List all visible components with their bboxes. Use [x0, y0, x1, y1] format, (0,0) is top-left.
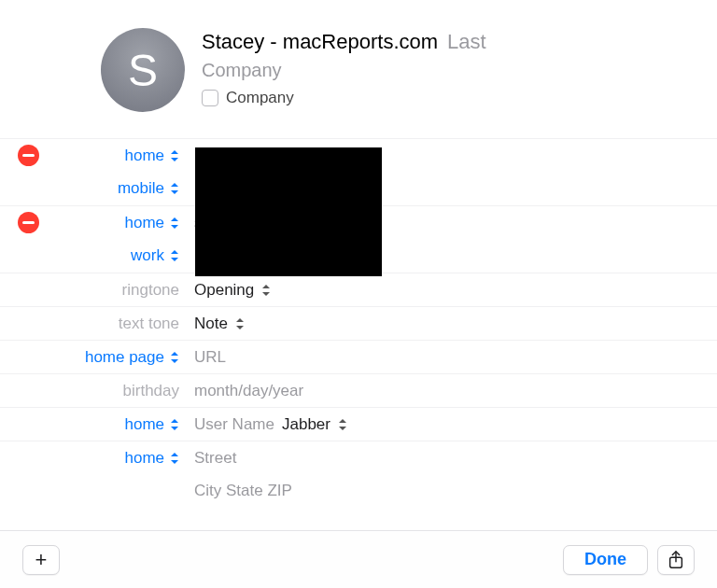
homepage-label[interactable]: home page	[85, 348, 164, 367]
address-street[interactable]: Street	[187, 449, 717, 468]
texttone-value[interactable]: Note	[187, 315, 717, 333]
updown-icon[interactable]	[170, 150, 179, 161]
im-row: home User Name Jabber	[0, 407, 717, 441]
phone-label-home[interactable]: home	[124, 147, 164, 165]
homepage-value[interactable]: URL	[187, 348, 717, 367]
company-checkbox[interactable]	[202, 90, 218, 106]
texttone-label: text tone	[119, 315, 179, 333]
first-name-field[interactable]: Stacey - macReports.com	[202, 30, 438, 54]
im-label[interactable]: home	[124, 415, 164, 434]
share-icon	[668, 551, 684, 569]
birthday-label: birthday	[123, 382, 179, 400]
avatar-initial: S	[128, 45, 158, 96]
address-row-2: City State ZIP	[0, 474, 717, 508]
phone-label-mobile[interactable]: mobile	[118, 179, 164, 198]
birthday-row: birthday month/day/year	[0, 373, 717, 407]
updown-icon[interactable]	[338, 419, 347, 430]
address-row: home Street	[0, 441, 717, 474]
company-field[interactable]: Company	[202, 60, 486, 81]
remove-button[interactable]	[18, 212, 39, 233]
im-service[interactable]: Jabber	[282, 415, 330, 434]
add-button[interactable]: +	[22, 545, 60, 575]
address-city-state-zip[interactable]: City State ZIP	[187, 482, 717, 500]
contact-header: S Stacey - macReports.com Last Company C…	[0, 0, 717, 134]
name-line: Stacey - macReports.com Last	[202, 30, 486, 54]
contact-edit-card: S Stacey - macReports.com Last Company C…	[0, 0, 717, 588]
done-button[interactable]: Done	[563, 545, 648, 575]
updown-icon[interactable]	[170, 217, 179, 229]
updown-icon[interactable]	[170, 419, 179, 430]
ringtone-row: ringtone Opening	[0, 273, 717, 306]
ringtone-value[interactable]: Opening	[187, 281, 717, 300]
updown-icon[interactable]	[170, 183, 179, 194]
address-label[interactable]: home	[124, 449, 164, 468]
birthday-value[interactable]: month/day/year	[187, 382, 717, 400]
last-name-field[interactable]: Last	[447, 30, 486, 54]
header-right: Stacey - macReports.com Last Company Com…	[202, 28, 486, 107]
texttone-row: text tone Note	[0, 306, 717, 340]
remove-button[interactable]	[18, 145, 39, 166]
avatar[interactable]: S	[101, 28, 185, 112]
im-username[interactable]: User Name	[194, 415, 274, 434]
updown-icon[interactable]	[170, 250, 179, 261]
email-label-work[interactable]: work	[131, 246, 164, 265]
company-checkbox-row: Company	[202, 89, 486, 107]
updown-icon[interactable]	[261, 285, 271, 296]
updown-icon[interactable]	[235, 318, 245, 329]
plus-icon: +	[35, 550, 48, 570]
email-label-home[interactable]: home	[124, 214, 164, 232]
bottom-toolbar: + Done	[0, 530, 717, 588]
company-checkbox-label: Company	[226, 89, 294, 107]
share-button[interactable]	[657, 545, 695, 575]
homepage-row: home page URL	[0, 340, 717, 373]
ringtone-label: ringtone	[122, 281, 179, 300]
updown-icon[interactable]	[170, 453, 179, 464]
updown-icon[interactable]	[170, 352, 179, 363]
im-value[interactable]: User Name Jabber	[187, 415, 717, 434]
redaction-block	[195, 147, 382, 276]
